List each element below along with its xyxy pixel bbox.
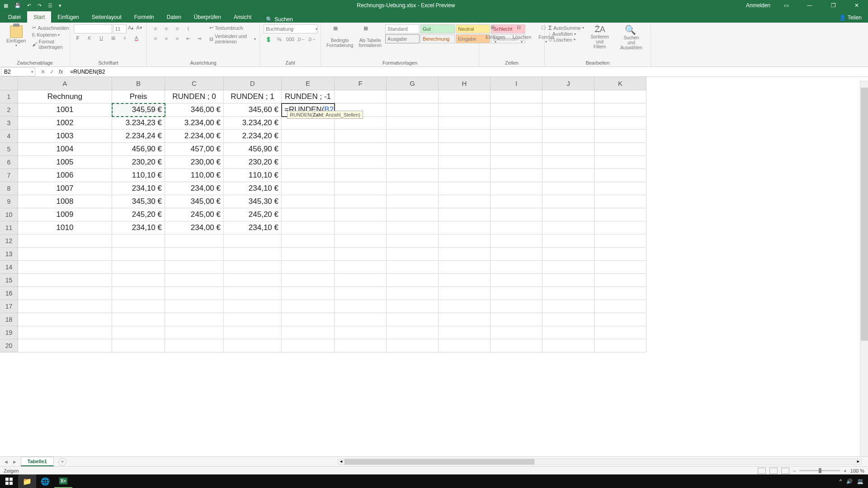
cell-D13[interactable] bbox=[224, 248, 282, 261]
cell-A16[interactable] bbox=[18, 287, 112, 300]
column-header-B[interactable]: B bbox=[112, 77, 165, 90]
cell-C14[interactable] bbox=[165, 261, 224, 274]
cell-B20[interactable] bbox=[112, 339, 165, 352]
sheet-nav-prev-icon[interactable]: ◄ bbox=[4, 459, 9, 465]
cell-J7[interactable] bbox=[542, 169, 594, 182]
cell-A11[interactable]: 1010 bbox=[18, 221, 112, 235]
cell-J6[interactable] bbox=[542, 156, 594, 169]
decrease-font-icon[interactable]: A▾ bbox=[136, 25, 143, 33]
wrap-text-button[interactable]: ↩Textumbruch bbox=[209, 24, 256, 31]
row-header-1[interactable]: 1 bbox=[0, 90, 18, 103]
merge-center-button[interactable]: ⊟Verbinden und zentrieren ▾ bbox=[209, 33, 256, 45]
cell-I7[interactable] bbox=[491, 169, 542, 182]
cell-G5[interactable] bbox=[387, 143, 439, 156]
cell-B1[interactable]: Preis bbox=[112, 90, 165, 103]
cell-I2[interactable] bbox=[491, 103, 542, 117]
close-button[interactable]: ✕ bbox=[849, 2, 864, 9]
cell-I6[interactable] bbox=[491, 156, 542, 169]
column-header-J[interactable]: J bbox=[542, 77, 594, 90]
cell-K6[interactable] bbox=[594, 156, 646, 169]
cell-D8[interactable]: 234,10 € bbox=[224, 182, 282, 195]
cell-B14[interactable] bbox=[112, 261, 165, 274]
cell-C4[interactable]: 2.234,00 € bbox=[165, 130, 224, 143]
cell-F1[interactable] bbox=[335, 90, 387, 103]
tab-datei[interactable]: Datei bbox=[2, 11, 27, 23]
cell-J14[interactable] bbox=[542, 261, 594, 274]
cell-H6[interactable] bbox=[439, 156, 491, 169]
insert-cells-button[interactable]: ⊞Einfügen▾ bbox=[483, 24, 508, 59]
cell-C5[interactable]: 457,00 € bbox=[165, 143, 224, 156]
cell-H7[interactable] bbox=[439, 169, 491, 182]
cell-J19[interactable] bbox=[542, 326, 594, 339]
cell-E1[interactable]: RUNDEN ; -1 bbox=[282, 90, 335, 103]
increase-font-icon[interactable]: A▴ bbox=[127, 25, 135, 33]
autosum-button[interactable]: AutoSumme ▾ bbox=[548, 24, 584, 31]
cell-E5[interactable] bbox=[282, 143, 335, 156]
cell-H3[interactable] bbox=[439, 117, 491, 130]
align-middle-icon[interactable]: ≡ bbox=[161, 24, 171, 33]
cell-J1[interactable] bbox=[542, 90, 594, 103]
tab-formeln[interactable]: Formeln bbox=[128, 11, 160, 23]
cell-G13[interactable] bbox=[387, 248, 439, 261]
cell-B19[interactable] bbox=[112, 326, 165, 339]
cell-A19[interactable] bbox=[18, 326, 112, 339]
ribbon-display-icon[interactable]: ▭ bbox=[778, 2, 794, 9]
cell-J11[interactable] bbox=[542, 221, 594, 235]
cell-I14[interactable] bbox=[491, 261, 542, 274]
cell-I15[interactable] bbox=[491, 274, 542, 287]
delete-cells-button[interactable]: ⊟Löschen▾ bbox=[509, 24, 534, 59]
cell-J17[interactable] bbox=[542, 300, 594, 313]
maximize-button[interactable]: ❐ bbox=[826, 2, 841, 9]
tab-einfuegen[interactable]: Einfügen bbox=[51, 11, 85, 23]
align-center-icon[interactable]: ≡ bbox=[161, 34, 171, 42]
cell-G11[interactable] bbox=[387, 221, 439, 235]
cell-G1[interactable] bbox=[387, 90, 439, 103]
cell-E16[interactable] bbox=[282, 287, 335, 300]
row-header-6[interactable]: 6 bbox=[0, 156, 18, 169]
cell-C9[interactable]: 345,00 € bbox=[165, 195, 224, 208]
cell-H11[interactable] bbox=[439, 221, 491, 235]
font-family-select[interactable] bbox=[74, 24, 112, 33]
style-gut[interactable]: Gut bbox=[420, 24, 455, 33]
cell-F4[interactable] bbox=[335, 130, 387, 143]
cell-D5[interactable]: 456,90 € bbox=[224, 143, 282, 156]
cell-D9[interactable]: 345,30 € bbox=[224, 195, 282, 208]
cell-I18[interactable] bbox=[491, 313, 542, 326]
cell-C12[interactable] bbox=[165, 235, 224, 248]
cell-B9[interactable]: 345,30 € bbox=[112, 195, 165, 208]
cell-J2[interactable] bbox=[542, 103, 594, 117]
fill-button[interactable]: ↓Ausfüllen ▾ bbox=[548, 31, 584, 37]
column-header-K[interactable]: K bbox=[594, 77, 646, 90]
cell-D20[interactable] bbox=[224, 339, 282, 352]
tray-chevron-icon[interactable]: ^ bbox=[840, 479, 842, 484]
redo-icon[interactable]: ↷ bbox=[38, 3, 42, 9]
cell-B18[interactable] bbox=[112, 313, 165, 326]
hscroll-right-icon[interactable]: ► bbox=[856, 459, 860, 464]
column-header-F[interactable]: F bbox=[335, 77, 387, 90]
cell-I17[interactable] bbox=[491, 300, 542, 313]
cell-F20[interactable] bbox=[335, 339, 387, 352]
cell-F15[interactable] bbox=[335, 274, 387, 287]
column-header-G[interactable]: G bbox=[387, 77, 439, 90]
cell-A6[interactable]: 1005 bbox=[18, 156, 112, 169]
cell-J9[interactable] bbox=[542, 195, 594, 208]
row-header-17[interactable]: 17 bbox=[0, 300, 18, 313]
cell-A12[interactable] bbox=[18, 235, 112, 248]
cell-A13[interactable] bbox=[18, 248, 112, 261]
cell-H8[interactable] bbox=[439, 182, 491, 195]
cell-E12[interactable] bbox=[282, 235, 335, 248]
cell-D4[interactable]: 2.234,20 € bbox=[224, 130, 282, 143]
cell-B6[interactable]: 230,20 € bbox=[112, 156, 165, 169]
cell-B16[interactable] bbox=[112, 287, 165, 300]
cell-C10[interactable]: 245,00 € bbox=[165, 208, 224, 221]
cell-G19[interactable] bbox=[387, 326, 439, 339]
row-header-16[interactable]: 16 bbox=[0, 287, 18, 300]
tab-ueberpruefen[interactable]: Überprüfen bbox=[188, 11, 227, 23]
cell-F16[interactable] bbox=[335, 287, 387, 300]
cell-D19[interactable] bbox=[224, 326, 282, 339]
cell-C19[interactable] bbox=[165, 326, 224, 339]
column-header-H[interactable]: H bbox=[439, 77, 491, 90]
tray-network-icon[interactable]: 💻 bbox=[857, 479, 863, 484]
cell-I5[interactable] bbox=[491, 143, 542, 156]
cell-J5[interactable] bbox=[542, 143, 594, 156]
